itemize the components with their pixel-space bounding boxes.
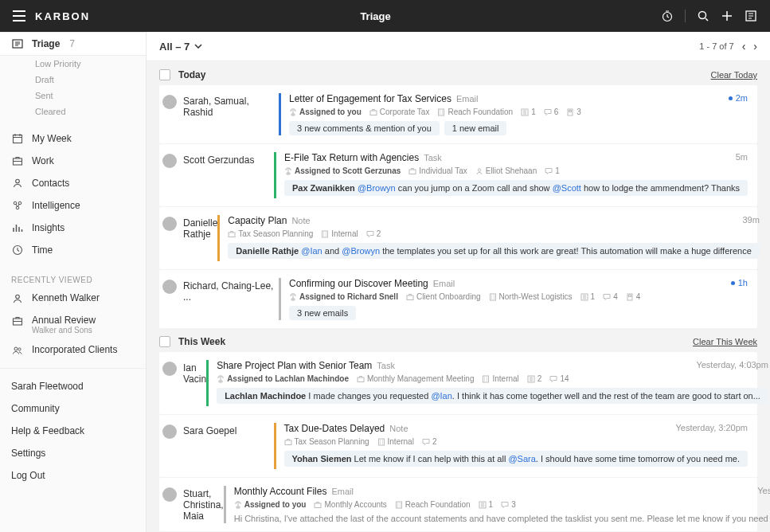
clear-today[interactable]: Clear Today <box>711 70 758 80</box>
filter-dropdown[interactable]: All – 7 <box>159 41 202 53</box>
pager-next[interactable]: › <box>753 40 757 53</box>
plus-icon[interactable] <box>721 10 733 22</box>
item-kind: Note <box>291 216 310 225</box>
svg-rect-16 <box>439 109 444 115</box>
item-body: 1hConfirming our Discover MeetingEmailAs… <box>279 278 748 320</box>
sidebar-sub-sent[interactable]: Sent <box>0 88 146 104</box>
item-meta: Assigned to Scott GerzunasIndividual Tax… <box>284 166 748 175</box>
triage-icon <box>11 37 24 50</box>
clear-week[interactable]: Clear This Week <box>693 337 757 346</box>
item-chips: 3 new comments & mention of you1 new ema… <box>289 121 748 135</box>
sidebar-triage[interactable]: Triage 7 <box>0 32 146 56</box>
triage-item[interactable]: Scott Gerzundas5mE-File Tax Return with … <box>159 144 757 206</box>
item-who: Stuart, Christina, Maia <box>183 487 224 522</box>
item-message: Yohan Siemen Let me know if I can help w… <box>284 451 748 467</box>
item-time: Yesterday, 1:42pm <box>757 486 770 495</box>
assigned-to: Assigned to you <box>299 108 362 116</box>
section-week: This Week Clear This Week Ian VacinYeste… <box>147 328 770 531</box>
svg-point-1 <box>699 12 706 19</box>
sidebar-triage-label: Triage <box>32 38 60 49</box>
pager-prev[interactable]: ‹ <box>742 40 746 53</box>
topbar: KARBON Triage <box>0 0 770 32</box>
sidebar-item-contacts[interactable]: Contacts <box>0 172 146 194</box>
item-body: Yesterday, 3:20pmTax Due-Dates DelayedNo… <box>274 423 748 469</box>
item-kind: Email <box>456 94 479 104</box>
item-kind: Task <box>377 361 395 370</box>
sidebar-item-my-week[interactable]: My Week <box>0 127 146 150</box>
triage-item[interactable]: Ian VacinYesterday, 4:03pmShare Project … <box>159 352 757 414</box>
item-left: Sara Goepel <box>159 423 274 469</box>
sidebar-link-log-out[interactable]: Log Out <box>0 464 146 487</box>
recent-item[interactable]: Annual ReviewWalker and Sons <box>0 310 146 339</box>
recent-heading: RECENTLY VIEWED <box>0 269 146 288</box>
sidebar-triage-count: 7 <box>69 38 75 49</box>
sidebar-item-work[interactable]: Work <box>0 150 146 172</box>
item-subject: Confirming our Discover Meeting <box>289 278 428 289</box>
sidebar-item-label: Contacts <box>32 178 69 189</box>
sidebar-link-community[interactable]: Community <box>0 397 146 420</box>
recent-item[interactable]: Kenneth Walker <box>0 288 146 310</box>
unread-dot-icon <box>731 281 735 285</box>
sidebar-link-settings[interactable]: Settings <box>0 442 146 464</box>
sidebar-sub-low-priority[interactable]: Low Priority <box>0 56 146 72</box>
bars-icon <box>11 221 24 234</box>
item-left: Richard, Chaing-Lee, ... <box>159 278 279 320</box>
timer-icon[interactable] <box>661 10 674 22</box>
item-subject: Letter of Engagement for Tax Services <box>289 93 451 104</box>
today-title: Today <box>178 69 711 80</box>
sidebar-item-label: My Week <box>32 133 72 144</box>
menu-icon[interactable] <box>13 10 25 22</box>
svg-rect-20 <box>409 170 416 174</box>
sidebar-item-label: Work <box>32 155 54 166</box>
svg-rect-30 <box>483 376 489 382</box>
item-tag: Individual Tax <box>419 166 467 175</box>
svg-point-13 <box>14 347 18 350</box>
avatar <box>162 154 177 168</box>
svg-rect-4 <box>14 135 22 143</box>
triage-item[interactable]: Richard, Chaing-Lee, ...1hConfirming our… <box>159 270 757 328</box>
sidebar-link-sarah-fleetwood[interactable]: Sarah Fleetwood <box>0 375 146 397</box>
svg-rect-32 <box>285 440 291 445</box>
clock-icon <box>11 244 24 256</box>
triage-item[interactable]: Danielle Rathje39mCapacity PlanNoteTax S… <box>159 207 757 269</box>
item-body: Yesterday, 4:03pmShare Project Plan with… <box>206 360 768 406</box>
sidebar-item-intelligence[interactable]: Intelligence <box>0 194 146 217</box>
item-subject: Monthly Account Files <box>234 486 327 497</box>
svg-rect-35 <box>396 502 401 508</box>
svg-point-9 <box>16 206 19 209</box>
recent-item[interactable]: Incorporated Clients <box>0 339 146 362</box>
triage-item[interactable]: Stuart, Christina, MaiaYesterday, 1:42pm… <box>159 478 757 531</box>
item-who: Richard, Chaing-Lee, ... <box>183 280 279 303</box>
item-meta: Tax Season PlanningInternal2 <box>284 437 748 446</box>
separator <box>685 10 686 22</box>
sidebar-sub-draft[interactable]: Draft <box>0 72 146 88</box>
main-panel: All – 7 1 - 7 of 7 ‹ › Today Clear Today… <box>147 32 770 532</box>
search-icon[interactable] <box>697 10 709 22</box>
item-tag: Elliot Shehaan <box>486 166 537 175</box>
sidebar-item-label: Intelligence <box>32 200 80 211</box>
item-left: Sarah, Samual, Rashid <box>159 93 279 135</box>
item-body: 5mE-File Tax Return with AgenciesTaskAss… <box>274 152 748 198</box>
item-who: Sarah, Samual, Rashid <box>183 95 279 118</box>
sidebar-sub-cleared[interactable]: Cleared <box>0 104 146 119</box>
sidebar-item-label: Insights <box>32 222 64 233</box>
sidebar-link-help---feedback[interactable]: Help & Feedback <box>0 420 146 442</box>
pager: 1 - 7 of 7 ‹ › <box>699 40 757 53</box>
triage-item[interactable]: Sarah, Samual, Rashid2mLetter of Engagem… <box>159 85 757 143</box>
svg-point-11 <box>16 295 20 299</box>
item-tag: Internal <box>492 374 518 383</box>
people-icon <box>11 344 24 357</box>
item-tag: Corporate Tax <box>380 108 430 116</box>
item-message: Lachlan Machindoe I made changes you req… <box>217 388 768 404</box>
week-checkbox[interactable] <box>159 336 170 347</box>
item-tag: Monthly Management Meeting <box>367 374 475 383</box>
today-checkbox[interactable] <box>159 69 170 80</box>
item-kind: Email <box>331 487 354 496</box>
panel-icon[interactable] <box>745 10 757 22</box>
sidebar-item-insights[interactable]: Insights <box>0 217 146 239</box>
item-tag: Client Onboarding <box>416 292 481 301</box>
sidebar-item-time[interactable]: Time <box>0 239 146 261</box>
triage-item[interactable]: Sara GoepelYesterday, 3:20pmTax Due-Date… <box>159 415 757 477</box>
item-tag: Internal <box>388 437 414 446</box>
item-time: 2m <box>729 93 748 103</box>
